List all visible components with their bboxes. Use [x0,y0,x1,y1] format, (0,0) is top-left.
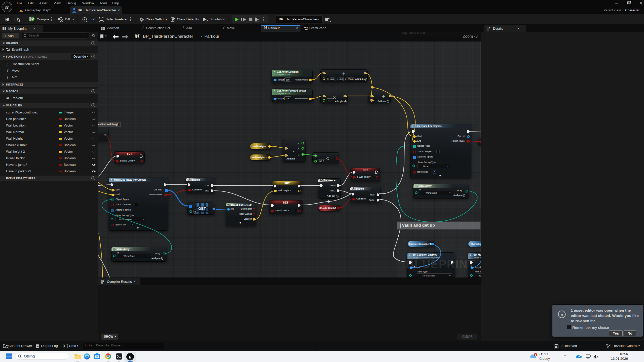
svg-text:u: u [5,3,9,11]
svg-text:u: u [561,312,563,317]
svg-text:1: 1 [535,353,536,356]
svg-text:u: u [129,354,132,359]
